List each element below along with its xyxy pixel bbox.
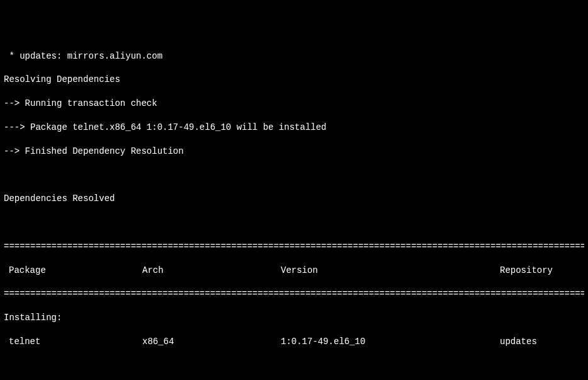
- finished-resolution-line: --> Finished Dependency Resolution: [4, 146, 584, 158]
- header-version: Version: [281, 265, 500, 277]
- cell-version: 1:0.17-49.el6_10: [281, 336, 500, 348]
- header-package: Package: [4, 265, 142, 277]
- deps-resolved-line: Dependencies Resolved: [4, 193, 584, 205]
- blank-line: [4, 169, 584, 181]
- resolving-deps-line: Resolving Dependencies: [4, 74, 584, 86]
- header-arch: Arch: [142, 265, 281, 277]
- package-install-line: ---> Package telnet.x86_64 1:0.17-49.el6…: [4, 122, 584, 134]
- running-check-line: --> Running transaction check: [4, 98, 584, 110]
- table-header-row: Package Arch Version Repository: [4, 265, 584, 277]
- cell-repository: updates: [500, 336, 584, 348]
- cell-arch: x86_64: [142, 336, 281, 348]
- cell-package: telnet: [4, 336, 142, 348]
- blank-line: [4, 217, 584, 229]
- blank-line: [4, 360, 584, 372]
- table-row: telnet x86_64 1:0.17-49.el6_10 updates: [4, 336, 584, 348]
- divider: ========================================…: [4, 241, 584, 253]
- updates-mirror-line: * updates: mirrors.aliyun.com: [4, 50, 584, 62]
- installing-section-label: Installing:: [4, 312, 584, 324]
- divider: ========================================…: [4, 288, 584, 300]
- header-repository: Repository: [500, 265, 584, 277]
